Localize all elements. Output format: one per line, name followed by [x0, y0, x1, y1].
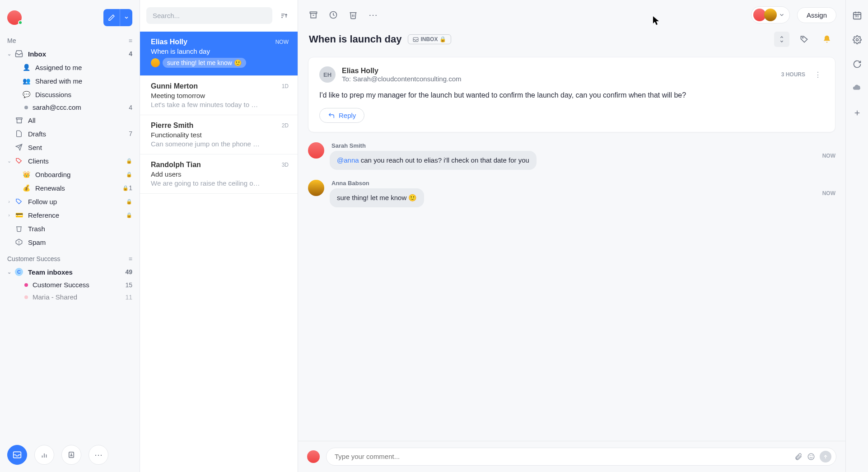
- conversation-preview: Can someone jump on the phone …: [151, 140, 289, 148]
- composer-avatar: [307, 450, 320, 463]
- reply-icon: [328, 112, 335, 119]
- section-menu-icon[interactable]: ≡: [129, 255, 132, 262]
- sidebar-item-label: Assigned to me: [35, 64, 132, 71]
- conversation-sender: Randolph Tian: [151, 161, 201, 169]
- sidebar-item-discussions[interactable]: 💬 Discussions: [0, 88, 140, 101]
- contacts-nav-button[interactable]: [61, 445, 81, 465]
- sidebar-item-onboarding[interactable]: 👑 Onboarding 🔒: [0, 168, 140, 181]
- presence-indicator: [18, 20, 23, 25]
- sidebar: Me ≡ ⌄ Inbox 4 👤 Assigned to me 👥 Shared…: [0, 0, 140, 472]
- search-input[interactable]: [146, 7, 272, 24]
- sidebar-item-label: Team inboxes: [28, 268, 125, 276]
- emoji-icon: 💰: [22, 183, 31, 192]
- settings-button[interactable]: [851, 33, 863, 46]
- archive-button[interactable]: [307, 9, 320, 21]
- tag-icon: [14, 156, 23, 165]
- sidebar-item-inbox[interactable]: ⌄ Inbox 4: [0, 47, 140, 61]
- analytics-nav-button[interactable]: [34, 445, 54, 465]
- lock-icon: 🔒: [439, 36, 446, 42]
- lock-icon: 🔒: [126, 172, 132, 178]
- conversation-item[interactable]: Gunni Merton 1D Meeting tomorrow Let's t…: [140, 76, 298, 115]
- svg-point-16: [803, 37, 803, 38]
- user-avatar[interactable]: [7, 10, 22, 25]
- emoji-icon: 💳: [14, 210, 23, 220]
- sidebar-item-label: Customer Success: [33, 281, 125, 289]
- assign-button[interactable]: Assign: [797, 7, 836, 23]
- sidebar-item-label: Spam: [28, 238, 132, 246]
- comment-text: sure thing! let me know 🙂: [330, 188, 424, 207]
- compose-dropdown[interactable]: [120, 9, 132, 26]
- attach-button[interactable]: [794, 453, 803, 461]
- users-icon: 👥: [22, 76, 31, 85]
- conversation-time: 1D: [282, 83, 289, 89]
- assignees-picker[interactable]: [751, 6, 790, 23]
- sidebar-item-label: Trash: [28, 225, 132, 233]
- message-body: I'd like to prep my manager for the laun…: [319, 90, 824, 101]
- tag-icon: [14, 197, 23, 206]
- trash-button[interactable]: [347, 9, 359, 21]
- send-button[interactable]: [820, 451, 831, 463]
- section-menu-icon[interactable]: ≡: [129, 37, 132, 44]
- expand-button[interactable]: [774, 32, 789, 47]
- section-me-label: Me: [7, 37, 16, 44]
- sidebar-item-drafts[interactable]: Drafts 7: [0, 127, 140, 140]
- message-card: EH Elias Holly To: Sarah@cloudcontentcon…: [308, 57, 835, 132]
- inbox-nav-button[interactable]: [7, 445, 27, 465]
- conversation-item[interactable]: Elias Holly NOW When is launch day sure …: [140, 32, 298, 76]
- comment-author: Anna Babson: [330, 180, 817, 187]
- conversation-item[interactable]: Randolph Tian 3D Add users We are going …: [140, 154, 298, 194]
- more-actions-button[interactable]: ⋯: [367, 9, 379, 21]
- snooze-button[interactable]: [327, 9, 340, 21]
- sidebar-item-label: Discussions: [35, 91, 132, 98]
- calendar-button[interactable]: 31: [851, 9, 863, 22]
- svg-point-18: [810, 455, 810, 456]
- sidebar-item-all[interactable]: All: [0, 113, 140, 127]
- conversation-sender: Pierre Smith: [151, 122, 193, 130]
- sidebar-item-trash[interactable]: Trash: [0, 222, 140, 235]
- sidebar-item-shared[interactable]: 👥 Shared with me: [0, 74, 140, 88]
- svg-point-8: [71, 453, 72, 455]
- sidebar-item-spam[interactable]: Spam: [0, 235, 140, 249]
- tag-button[interactable]: [797, 32, 812, 47]
- mention[interactable]: @anna: [337, 156, 359, 164]
- sort-button[interactable]: [277, 9, 291, 23]
- sidebar-item-reference[interactable]: › 💳 Reference 🔒: [0, 208, 140, 222]
- compose-button[interactable]: [103, 9, 120, 26]
- comment-author: Sarah Smith: [330, 142, 817, 149]
- sidebar-item-customer-success[interactable]: Customer Success 15: [0, 279, 140, 291]
- svg-point-19: [812, 455, 812, 456]
- emoji-button[interactable]: [807, 453, 815, 461]
- sidebar-item-maria-shared[interactable]: Maria - Shared 11: [0, 291, 140, 303]
- message-more-button[interactable]: ⋮: [812, 70, 824, 79]
- sidebar-item-clients[interactable]: ⌄ Clients 🔒: [0, 154, 140, 168]
- subscribe-button[interactable]: [819, 32, 835, 47]
- comment-composer[interactable]: [326, 448, 836, 466]
- sidebar-item-sent[interactable]: Sent: [0, 140, 140, 154]
- more-nav-button[interactable]: ⋯: [89, 445, 108, 465]
- sidebar-item-label: Inbox: [28, 50, 129, 58]
- sidebar-item-sarah-email[interactable]: sarah@ccc.com 4: [0, 101, 140, 113]
- sidebar-item-followup[interactable]: › Follow up 🔒: [0, 195, 140, 208]
- conversation-item[interactable]: Pierre Smith 2D Functionality test Can s…: [140, 115, 298, 154]
- pencil-icon: [108, 14, 115, 21]
- section-cs-label: Customer Success: [7, 255, 60, 262]
- team-icon: C: [14, 267, 23, 276]
- reply-button[interactable]: Reply: [319, 108, 364, 123]
- sidebar-item-assigned[interactable]: 👤 Assigned to me: [0, 61, 140, 74]
- refresh-button[interactable]: [851, 58, 863, 70]
- chevron-right-icon: ›: [5, 199, 13, 204]
- sidebar-item-count: 15: [125, 281, 132, 289]
- inbox-tag[interactable]: INBOX 🔒: [408, 34, 451, 44]
- sidebar-item-team-inboxes[interactable]: ⌄ C Team inboxes 49: [0, 265, 140, 279]
- bar-chart-icon: [40, 451, 48, 459]
- file-icon: [14, 129, 23, 138]
- add-integration-button[interactable]: [851, 107, 863, 119]
- comment-input[interactable]: [335, 453, 813, 460]
- emoji-icon: 👑: [22, 170, 31, 179]
- salesforce-button[interactable]: [851, 82, 863, 95]
- lock-icon: 🔒: [126, 212, 132, 218]
- chat-icon: 💬: [22, 90, 31, 99]
- sidebar-item-renewals[interactable]: 💰 Renewals 🔒 1: [0, 181, 140, 195]
- sort-icon: [280, 12, 288, 20]
- sidebar-item-label: All: [28, 117, 132, 124]
